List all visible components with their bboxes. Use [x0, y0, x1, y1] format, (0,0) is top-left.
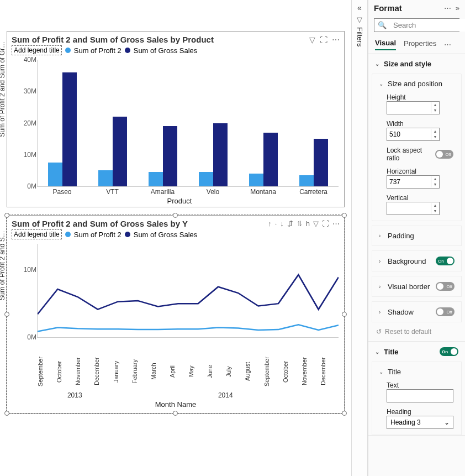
x-tick: Paseo [37, 187, 87, 196]
legend-label-gross: Sum of Gross Sales [134, 46, 198, 55]
resize-handle[interactable] [4, 213, 9, 218]
x-tick: August [244, 352, 263, 391]
horizontal-input[interactable]: ▲▼ [387, 175, 440, 189]
section-title-sub[interactable]: ⌄ Title [372, 362, 461, 381]
bar-chart-visual[interactable]: Sum of Profit 2 and Sum of Gross Sales b… [7, 31, 345, 207]
line-chart-title: Sum of Profit 2 and Sum of Gross Sales b… [12, 219, 268, 228]
more-options-icon[interactable]: ⋯ [444, 4, 451, 12]
bar-chart-title: Sum of Profit 2 and Sum of Gross Sales b… [12, 35, 309, 44]
x-tick: Amarilla [138, 187, 188, 196]
legend-label-profit: Sum of Profit 2 [74, 231, 121, 239]
chevron-right-icon: › [379, 233, 384, 239]
bar-y-axis-label: Sum of Profit 2 and Sum of Gr… [0, 41, 6, 137]
height-input[interactable]: ▲▼ [387, 101, 440, 114]
chevron-down-icon: ⌄ [379, 81, 384, 87]
background-toggle[interactable]: On [436, 257, 455, 265]
x-tick: May [188, 352, 207, 391]
drill-down-icon[interactable]: ↓ [280, 219, 284, 228]
step-up-icon[interactable]: ▲ [431, 176, 439, 182]
legend-title-input[interactable]: Add legend title [12, 45, 62, 55]
bar-sum-of-profit-2[interactable] [98, 170, 113, 186]
resize-handle[interactable] [173, 411, 178, 416]
expand-down-icon[interactable]: ⇵ [287, 219, 293, 228]
format-search[interactable]: 🔍 [374, 18, 459, 32]
bar-sum-of-profit-2[interactable] [149, 172, 163, 186]
drillthrough-icon[interactable]: h [306, 219, 310, 228]
shadow-toggle[interactable]: Off [436, 307, 455, 316]
step-up-icon[interactable]: ▲ [431, 102, 439, 108]
filter-icon[interactable]: ▽ [309, 35, 315, 44]
chevron-right-icon: › [379, 284, 384, 290]
expand-filters-icon[interactable]: « [352, 3, 367, 12]
bar-sum-of-gross-sales[interactable] [213, 123, 228, 187]
bar-sum-of-gross-sales[interactable] [263, 133, 278, 186]
section-size-and-style[interactable]: ⌄ Size and style [368, 54, 465, 74]
x-tick: September [37, 352, 56, 391]
line-sum-of-profit-2[interactable] [38, 325, 339, 331]
chevron-down-icon: ⌄ [444, 419, 450, 426]
x-tick: March [150, 352, 169, 391]
step-down-icon[interactable]: ▼ [431, 108, 439, 113]
resize-handle[interactable] [173, 213, 178, 218]
step-up-icon[interactable]: ▲ [431, 129, 439, 134]
step-down-icon[interactable]: ▼ [431, 182, 439, 187]
section-size-and-position[interactable]: ⌄ Size and position [372, 74, 461, 93]
resize-handle[interactable] [342, 411, 347, 416]
step-down-icon[interactable]: ▼ [431, 208, 439, 214]
bar-sum-of-profit-2[interactable] [48, 163, 62, 186]
focus-mode-icon[interactable]: ⛶ [320, 35, 327, 44]
bar-sum-of-profit-2[interactable] [299, 175, 314, 186]
more-options-icon[interactable]: ⋯ [332, 219, 340, 228]
format-pane: Format ⋯ » 🔍 Visual Properties ⋯ ⌄ Size … [368, 0, 465, 476]
step-down-icon[interactable]: ▼ [431, 134, 439, 140]
bar-plot-area: 40M 30M 20M 10M 0M [37, 60, 339, 187]
title-text-input[interactable] [387, 389, 453, 402]
title-toggle[interactable]: On [440, 347, 458, 356]
bar-sum-of-profit-2[interactable] [199, 172, 213, 186]
bar-sum-of-profit-2[interactable] [249, 174, 263, 186]
drill-dot-icon[interactable]: · [275, 219, 277, 228]
vertical-input[interactable]: ▲▼ [387, 202, 440, 215]
line-sum-of-gross-sales[interactable] [38, 275, 339, 314]
legend-dot-profit [65, 232, 71, 237]
format-search-input[interactable] [390, 19, 465, 32]
chevron-right-icon: › [379, 258, 384, 264]
section-visual-border[interactable]: ›Visual border Off [372, 276, 462, 297]
bar-sum-of-gross-sales[interactable] [163, 126, 177, 186]
section-title[interactable]: ⌄Title On [368, 342, 465, 362]
y-tick: 20M [24, 119, 38, 127]
more-options-icon[interactable]: ⋯ [332, 35, 340, 44]
bar-sum-of-gross-sales[interactable] [314, 139, 328, 186]
section-background[interactable]: ›Background On [372, 250, 462, 271]
section-shadow[interactable]: ›Shadow Off [372, 301, 462, 322]
x-tick: Montana [238, 187, 288, 196]
heading-select[interactable]: Heading 3 ⌄ [387, 416, 453, 429]
visual-border-toggle[interactable]: Off [436, 282, 455, 291]
more-tabs-icon[interactable]: ⋯ [444, 40, 451, 49]
lock-aspect-toggle[interactable]: Off [435, 150, 453, 159]
x-tick: November [75, 352, 93, 391]
line-chart-visual[interactable]: Sum of Profit 2 and Sum of Gross Sales b… [7, 215, 345, 414]
tab-properties[interactable]: Properties [404, 39, 436, 50]
resize-handle[interactable] [342, 213, 347, 218]
legend-dot-gross [125, 48, 130, 53]
report-canvas[interactable]: Sum of Profit 2 and Sum of Gross Sales b… [0, 0, 351, 476]
focus-mode-icon[interactable]: ⛶ [322, 219, 329, 228]
resize-handle[interactable] [4, 411, 9, 416]
filter-icon[interactable]: ▽ [313, 219, 319, 228]
year-label: 2013 [37, 391, 113, 399]
width-input[interactable]: ▲▼ [387, 128, 440, 141]
legend-title-input[interactable]: Add legend title [12, 229, 62, 239]
drill-hierarchy-icon[interactable]: ⥮ [297, 219, 303, 228]
section-padding[interactable]: › Padding [372, 226, 462, 246]
collapse-pane-icon[interactable]: » [456, 4, 459, 12]
x-tick: October [56, 352, 75, 391]
bar-sum-of-gross-sales[interactable] [62, 72, 77, 186]
step-up-icon[interactable]: ▲ [431, 203, 439, 208]
drill-up-icon[interactable]: ↑ [268, 219, 272, 228]
width-label: Width [387, 120, 453, 128]
bar-sum-of-gross-sales[interactable] [113, 117, 127, 186]
reset-to-default[interactable]: ↺ Reset to default [368, 322, 465, 341]
tab-visual[interactable]: Visual [375, 39, 396, 50]
filters-pane-collapsed[interactable]: « ▽ Filters [351, 0, 368, 476]
